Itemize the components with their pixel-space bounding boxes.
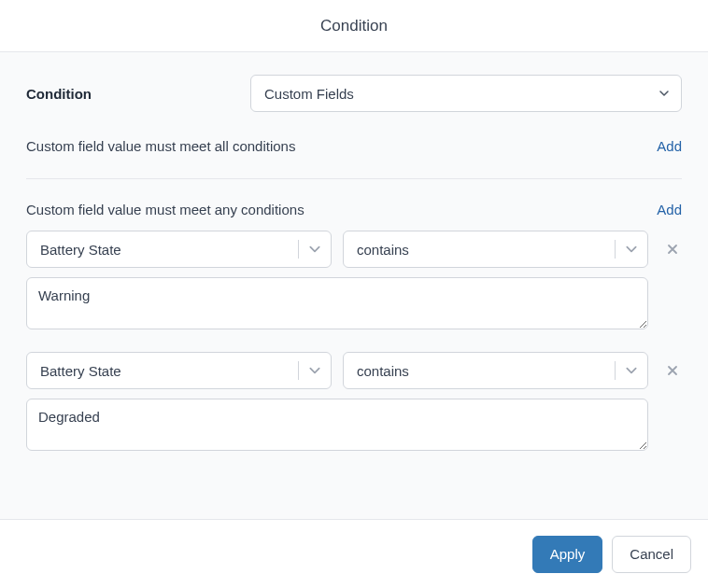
dialog-title: Condition bbox=[320, 17, 388, 35]
value-textarea[interactable] bbox=[26, 399, 648, 451]
chevron-down-icon bbox=[308, 243, 321, 256]
add-all-condition-button[interactable]: Add bbox=[657, 138, 682, 154]
condition-row-inputs: Battery State contains bbox=[26, 231, 682, 268]
select-separator bbox=[615, 361, 616, 380]
condition-select-wrapper: Custom Fields bbox=[250, 75, 682, 112]
remove-condition-button[interactable] bbox=[663, 240, 682, 259]
select-separator bbox=[298, 361, 299, 380]
operator-select[interactable]: contains bbox=[343, 231, 648, 268]
condition-row: Condition Custom Fields bbox=[26, 75, 682, 112]
any-section-header: Custom field value must meet any conditi… bbox=[26, 202, 682, 217]
field-select-value: Battery State bbox=[40, 242, 121, 258]
field-select[interactable]: Battery State bbox=[26, 352, 332, 389]
value-textarea[interactable] bbox=[26, 277, 648, 329]
add-any-condition-button[interactable]: Add bbox=[657, 202, 682, 217]
section-divider bbox=[26, 178, 682, 179]
chevron-down-icon bbox=[625, 243, 638, 256]
field-select[interactable]: Battery State bbox=[26, 231, 332, 268]
all-section-header: Custom field value must meet all conditi… bbox=[26, 138, 682, 154]
dialog-body: Condition Custom Fields Custom field val… bbox=[0, 52, 708, 519]
condition-label: Condition bbox=[26, 86, 250, 102]
field-select-value: Battery State bbox=[40, 363, 121, 379]
select-separator bbox=[298, 240, 299, 259]
operator-select-value: contains bbox=[357, 242, 409, 258]
operator-select[interactable]: contains bbox=[343, 352, 648, 389]
remove-condition-button[interactable] bbox=[663, 361, 682, 380]
dialog-footer: Apply Cancel bbox=[0, 519, 708, 588]
chevron-down-icon bbox=[308, 364, 321, 377]
condition-select-value: Custom Fields bbox=[264, 86, 354, 102]
select-separator bbox=[615, 240, 616, 259]
any-section-title: Custom field value must meet any conditi… bbox=[26, 202, 304, 217]
chevron-down-icon bbox=[625, 364, 638, 377]
operator-select-value: contains bbox=[357, 363, 409, 379]
condition-block: Battery State contains bbox=[26, 231, 682, 329]
close-icon bbox=[667, 244, 678, 255]
apply-button[interactable]: Apply bbox=[532, 536, 603, 573]
close-icon bbox=[667, 365, 678, 376]
dialog-header: Condition bbox=[0, 0, 708, 52]
condition-select[interactable]: Custom Fields bbox=[250, 75, 682, 112]
all-section-title: Custom field value must meet all conditi… bbox=[26, 138, 295, 154]
chevron-down-icon bbox=[658, 88, 670, 99]
condition-row-inputs: Battery State contains bbox=[26, 352, 682, 389]
condition-block: Battery State contains bbox=[26, 352, 682, 451]
cancel-button[interactable]: Cancel bbox=[612, 536, 691, 573]
